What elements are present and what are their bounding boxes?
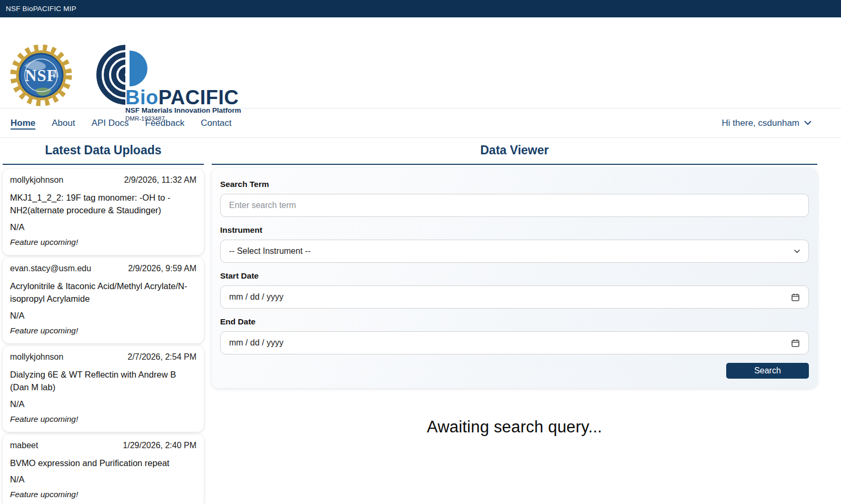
instrument-selected-value: -- Select Instrument -- <box>229 246 311 256</box>
top-banner-title: NSF BioPACIFIC MIP <box>6 5 76 13</box>
brand-grant-number: DMR-1933487 <box>125 115 165 122</box>
brand-pacific-text: PACIFIC <box>159 86 239 108</box>
upload-user: mollykjohnson <box>10 175 63 185</box>
chevron-down-icon <box>794 250 800 253</box>
user-greeting: Hi there, csdunham <box>722 118 799 129</box>
nsf-logo[interactable]: NSF <box>9 43 73 108</box>
end-date-label: End Date <box>220 317 809 327</box>
biopacific-logo[interactable]: BioPACIFIC NSF Materials Innovation Plat… <box>94 41 231 123</box>
search-form: Search Term Instrument -- Select Instrum… <box>212 168 817 388</box>
nav-item-home[interactable]: Home <box>11 118 35 129</box>
site-header: NSF BioPACIFIC NSF Materials Innovation … <box>0 17 841 108</box>
data-viewer-panel: Data Viewer Search Term Instrument -- Se… <box>212 138 817 437</box>
calendar-icon[interactable] <box>791 339 800 348</box>
nsf-logo-text: NSF <box>25 66 57 85</box>
latest-uploads-panel: Latest Data Uploads mollykjohnson 2/9/20… <box>3 138 204 504</box>
upload-title: Dialyzing 6E & WT Reflectin with Andrew … <box>10 369 196 394</box>
upload-detail: N/A <box>10 222 196 232</box>
upload-note: Feature upcoming! <box>10 414 196 424</box>
upload-user: evan.stacy@usm.edu <box>10 264 91 273</box>
list-item[interactable]: mollykjohnson 2/9/2026, 11:32 AM MKJ1_1_… <box>3 169 204 255</box>
brand-subtitle: NSF Materials Innovation Platform <box>125 106 241 114</box>
start-date-label: Start Date <box>220 271 809 281</box>
uploads-title: Latest Data Uploads <box>3 143 204 165</box>
upload-note: Feature upcoming! <box>10 238 196 247</box>
nav-item-about[interactable]: About <box>52 118 75 129</box>
upload-title: BVMO expression and Purification repeat <box>10 457 196 470</box>
start-date-value: mm / dd / yyyy <box>229 292 283 302</box>
upload-timestamp: 2/7/2026, 2:54 PM <box>127 352 196 362</box>
upload-timestamp: 1/29/2026, 2:40 PM <box>123 441 196 450</box>
content: Latest Data Uploads mollykjohnson 2/9/20… <box>0 138 841 504</box>
nsf-globe-icon: NSF <box>9 43 73 108</box>
end-date-input[interactable]: mm / dd / yyyy <box>220 331 809 354</box>
list-item[interactable]: mabeet 1/29/2026, 2:40 PM BVMO expressio… <box>3 434 204 504</box>
instrument-select[interactable]: -- Select Instrument -- <box>220 240 809 263</box>
upload-title: MKJ1_1_2_2: 19F tag monomer: -OH to -NH2… <box>10 192 196 217</box>
upload-note: Feature upcoming! <box>10 326 196 335</box>
brand-bio-text: Bio <box>125 86 159 108</box>
upload-user: mollykjohnson <box>10 352 63 362</box>
upload-user: mabeet <box>10 441 38 450</box>
upload-title: Acrylonitrile & Itaconic Acid/Methyl Acr… <box>10 280 196 305</box>
list-item[interactable]: mollykjohnson 2/7/2026, 2:54 PM Dialyzin… <box>3 346 204 432</box>
upload-detail: N/A <box>10 399 196 409</box>
list-item[interactable]: evan.stacy@usm.edu 2/9/2026, 9:59 AM Acr… <box>3 258 204 343</box>
upload-timestamp: 2/9/2026, 9:59 AM <box>128 264 196 273</box>
instrument-label: Instrument <box>220 225 809 235</box>
upload-detail: N/A <box>10 475 196 485</box>
upload-note: Feature upcoming! <box>10 490 196 499</box>
search-input[interactable] <box>220 194 809 217</box>
calendar-icon[interactable] <box>791 293 800 302</box>
search-term-label: Search Term <box>220 180 809 189</box>
awaiting-query-status: Awaiting search query... <box>212 418 817 437</box>
uploads-list: mollykjohnson 2/9/2026, 11:32 AM MKJ1_1_… <box>3 169 204 504</box>
data-viewer-title: Data Viewer <box>212 143 817 165</box>
search-button[interactable]: Search <box>726 363 809 379</box>
start-date-input[interactable]: mm / dd / yyyy <box>220 285 809 309</box>
upload-timestamp: 2/9/2026, 11:32 AM <box>124 175 196 185</box>
end-date-value: mm / dd / yyyy <box>229 338 283 348</box>
top-banner: NSF BioPACIFIC MIP <box>0 0 841 17</box>
chevron-down-icon <box>804 121 812 125</box>
upload-detail: N/A <box>10 311 196 321</box>
user-menu[interactable]: Hi there, csdunham <box>722 118 812 129</box>
biopacific-wordmark: BioPACIFIC <box>125 86 239 109</box>
